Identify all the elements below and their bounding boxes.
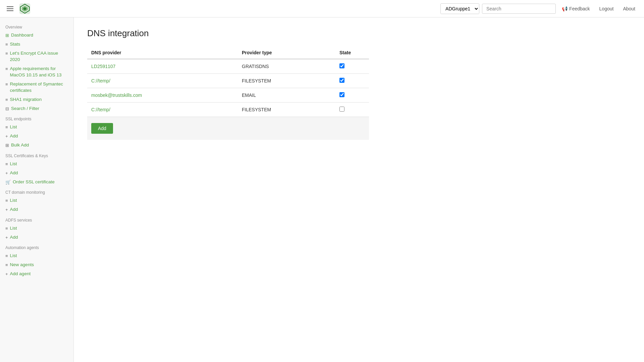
state-checkbox[interactable]	[339, 78, 344, 83]
account-dropdown[interactable]: ADGruppe1	[441, 4, 479, 14]
sidebar-section-ssl-endpoints: SSL endpoints	[0, 113, 73, 123]
layout: Overview ⊞ Dashboard ≡ Stats ≡ Let's Enc…	[0, 17, 644, 362]
table-row: C://temp/FILESYSTEM	[87, 74, 369, 88]
list-icon-8: ≡	[5, 198, 8, 204]
sidebar-item-stats[interactable]: ≡ Stats	[0, 40, 73, 49]
cart-icon: 🛒	[5, 179, 11, 185]
state-cell	[335, 59, 369, 74]
state-cell	[335, 88, 369, 103]
about-link[interactable]: About	[620, 6, 639, 11]
state-checkbox[interactable]	[339, 92, 344, 97]
sidebar-item-adfs-list[interactable]: ≡ List	[0, 224, 73, 233]
provider-cell[interactable]: C://temp/	[87, 74, 238, 88]
sidebar-item-cert-list[interactable]: ≡ List	[0, 160, 73, 169]
list-icon: ≡	[5, 42, 8, 48]
plus-icon-2: +	[5, 170, 8, 176]
sidebar-item-cert-order[interactable]: 🛒 Order SSL certificate	[0, 178, 73, 187]
list-icon-3: ≡	[5, 66, 8, 72]
provider-type-cell: EMAIL	[238, 88, 335, 103]
list-icon-9: ≡	[5, 226, 8, 232]
table-row: C://temp/FILESYSTEM	[87, 103, 369, 117]
sidebar-item-dashboard[interactable]: ⊞ Dashboard	[0, 31, 73, 40]
sidebar-item-ct-add[interactable]: + Add	[0, 205, 73, 214]
sidebar-item-adfs-add[interactable]: + Add	[0, 233, 73, 242]
search-input[interactable]	[482, 4, 556, 14]
list-icon-5: ≡	[5, 97, 8, 103]
col-header-provider: DNS provider	[87, 47, 238, 59]
sidebar-item-search-filter[interactable]: ⊟ Search / Filter	[0, 104, 73, 113]
sidebar: Overview ⊞ Dashboard ≡ Stats ≡ Let's Enc…	[0, 17, 74, 362]
top-navigation: ADGruppe1 📢 Feedback Logout About	[0, 0, 644, 17]
sidebar-item-cert-add[interactable]: + Add	[0, 169, 73, 178]
sidebar-item-auto-list[interactable]: ≡ List	[0, 251, 73, 260]
list-icon-11: ≡	[5, 262, 8, 268]
account-selector[interactable]: ADGruppe1	[440, 3, 479, 14]
sidebar-item-replacement[interactable]: ≡ Replacement of Symantec certificates	[0, 80, 73, 95]
nav-left	[5, 3, 31, 15]
sidebar-item-sha1[interactable]: ≡ SHA1 migration	[0, 95, 73, 104]
col-header-state: State	[335, 47, 369, 59]
page-title: DNS integration	[87, 28, 631, 39]
list-icon-2: ≡	[5, 51, 8, 57]
hamburger-menu[interactable]	[5, 5, 15, 12]
logout-link[interactable]: Logout	[596, 6, 617, 11]
list-icon-10: ≡	[5, 253, 8, 259]
sidebar-item-new-agents[interactable]: ≡ New agents	[0, 260, 73, 269]
sidebar-section-ct: CT domain monitoring	[0, 187, 73, 196]
sidebar-item-add-agent[interactable]: + Add agent	[0, 269, 73, 279]
provider-cell[interactable]: LD2591107	[87, 59, 238, 74]
plus-icon-5: +	[5, 271, 8, 277]
provider-type-cell: FILESYSTEM	[238, 103, 335, 117]
provider-cell[interactable]: C://temp/	[87, 103, 238, 117]
provider-type-cell: GRATISDNS	[238, 59, 335, 74]
sidebar-item-apple[interactable]: ≡ Apple requirements for MacOS 10.15 and…	[0, 64, 73, 80]
table-row: mosbek@trustskills.comEMAIL	[87, 88, 369, 103]
list-icon-6: ≡	[5, 124, 8, 130]
state-checkbox[interactable]	[339, 107, 344, 112]
grid-icon: ⊞	[5, 33, 9, 39]
list-icon-7: ≡	[5, 161, 8, 167]
state-cell	[335, 103, 369, 117]
state-cell	[335, 74, 369, 88]
sidebar-item-ssl-list[interactable]: ≡ List	[0, 123, 73, 132]
sidebar-section-adfs: ADFS services	[0, 215, 73, 224]
app-logo	[19, 3, 31, 15]
filter-icon: ⊟	[5, 106, 9, 112]
sidebar-item-ct-list[interactable]: ≡ List	[0, 196, 73, 205]
add-row: Add	[87, 117, 369, 140]
sidebar-item-ssl-add[interactable]: + Add	[0, 132, 73, 141]
provider-type-cell: FILESYSTEM	[238, 74, 335, 88]
megaphone-icon: 📢	[562, 6, 568, 11]
sidebar-section-overview: Overview	[0, 21, 73, 31]
provider-cell[interactable]: mosbek@trustskills.com	[87, 88, 238, 103]
plus-icon: +	[5, 133, 8, 139]
feedback-link[interactable]: 📢 Feedback	[558, 6, 593, 11]
nav-right: ADGruppe1 📢 Feedback Logout About	[440, 3, 639, 14]
sidebar-item-ssl-bulk[interactable]: ⊞ Bulk Add	[0, 141, 73, 150]
dns-table: DNS provider Provider type State LD25911…	[87, 47, 369, 117]
state-checkbox[interactable]	[339, 63, 344, 68]
sidebar-section-ssl-certs: SSL Certificates & Keys	[0, 150, 73, 160]
bulk-icon: ⊞	[5, 142, 9, 148]
sidebar-section-automation: Automation agents	[0, 242, 73, 251]
plus-icon-4: +	[5, 235, 8, 241]
add-button[interactable]: Add	[91, 123, 113, 134]
table-row: LD2591107GRATISDNS	[87, 59, 369, 74]
sidebar-item-letsencrypt[interactable]: ≡ Let's Encrypt CAA issue 2020	[0, 49, 73, 64]
main-content: DNS integration DNS provider Provider ty…	[74, 17, 644, 362]
col-header-type: Provider type	[238, 47, 335, 59]
list-icon-4: ≡	[5, 81, 8, 87]
plus-icon-3: +	[5, 207, 8, 213]
